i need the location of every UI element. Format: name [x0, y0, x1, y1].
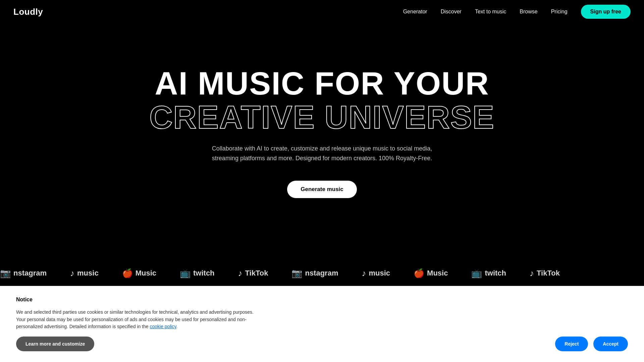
hero-title: AI MUSIC FOR YOUR CREATIVE UNIVERSE: [149, 67, 495, 134]
generate-music-button[interactable]: Generate music: [287, 181, 357, 198]
apple-icon-2: 🍎: [414, 268, 424, 279]
brand-tiktok-2: ♪ TikTok: [530, 268, 560, 279]
brand-twitch-2: 📺 twitch: [471, 268, 506, 279]
cookie-policy-link[interactable]: cookie policy: [150, 324, 176, 329]
brand-tiktok-label: TikTok: [245, 269, 268, 278]
nav-generator[interactable]: Generator: [403, 9, 427, 15]
twitch-icon-2: 📺: [471, 268, 482, 279]
amazon-music-icon: ♪: [70, 268, 74, 279]
main-nav: Generator Discover Text to music Browse …: [403, 5, 631, 19]
logo: Loudly: [13, 7, 43, 17]
apple-icon: 🍎: [122, 268, 133, 279]
brand-amazon-music-2: ♪ music: [362, 268, 390, 279]
brand-marquee: 📷 nstagram ♪ music 🍎 Music 📺 twitch ♪ Ti…: [0, 263, 644, 283]
cookie-actions: Learn more and customize: [16, 337, 94, 351]
brand-instagram-2: 📷 nstagram: [291, 268, 338, 279]
amazon-music-icon-2: ♪: [362, 268, 366, 279]
brand-twitch: 📺 twitch: [180, 268, 215, 279]
hero-section: AI MUSIC FOR YOUR CREATIVE UNIVERSE Coll…: [0, 0, 644, 241]
nav-discover[interactable]: Discover: [441, 9, 462, 15]
cookie-body-text: We and selected third parties use cookie…: [16, 309, 254, 329]
cookie-bottom-row: Learn more and customize Reject Accept: [16, 337, 628, 351]
instagram-icon: 📷: [0, 268, 11, 279]
nav-browse[interactable]: Browse: [520, 9, 537, 15]
brand-tiktok-label-2: TikTok: [537, 269, 560, 278]
brand-twitch-label-2: twitch: [485, 269, 506, 278]
cookie-title: Notice: [16, 297, 628, 303]
brand-amazon-music: ♪ music: [70, 268, 99, 279]
cookie-reject-button[interactable]: Reject: [555, 337, 588, 351]
brand-tiktok: ♪ TikTok: [238, 268, 268, 279]
nav-pricing[interactable]: Pricing: [551, 9, 568, 15]
brand-instagram-label-2: nstagram: [305, 269, 338, 278]
brand-amazon-music-label: music: [77, 269, 99, 278]
brand-amazon-music-label-2: music: [369, 269, 390, 278]
tiktok-icon-2: ♪: [530, 268, 534, 279]
tiktok-icon: ♪: [238, 268, 243, 279]
hero-title-line1: AI MUSIC FOR YOUR: [149, 67, 495, 101]
cookie-notice: Notice We and selected third parties use…: [0, 286, 644, 362]
cookie-accept-reject-actions: Reject Accept: [555, 337, 628, 351]
brand-instagram-label: nstagram: [13, 269, 47, 278]
hero-subtitle: Collaborate with AI to create, customize…: [198, 144, 446, 163]
cookie-customize-button[interactable]: Learn more and customize: [16, 337, 94, 351]
brand-apple-music-2: 🍎 Music: [414, 268, 448, 279]
brand-apple-music-label: Music: [136, 269, 156, 278]
brand-instagram: 📷 nstagram: [0, 268, 47, 279]
signup-button[interactable]: Sign up free: [581, 5, 631, 19]
twitch-icon: 📺: [180, 268, 191, 279]
hero-title-line2: CREATIVE UNIVERSE: [149, 101, 495, 134]
brand-apple-music-label-2: Music: [427, 269, 448, 278]
cookie-accept-button[interactable]: Accept: [593, 337, 628, 351]
instagram-icon-2: 📷: [291, 268, 302, 279]
brand-apple-music: 🍎 Music: [122, 268, 156, 279]
header: Loudly Generator Discover Text to music …: [0, 0, 644, 23]
marquee-track: 📷 nstagram ♪ music 🍎 Music 📺 twitch ♪ Ti…: [0, 268, 560, 279]
cookie-body: We and selected third parties use cookie…: [16, 309, 258, 330]
brand-twitch-label: twitch: [193, 269, 215, 278]
nav-text-to-music[interactable]: Text to music: [475, 9, 506, 15]
